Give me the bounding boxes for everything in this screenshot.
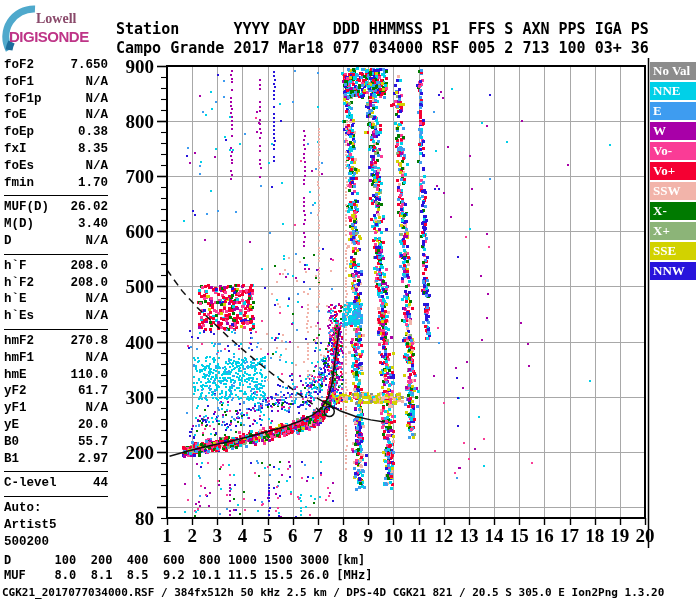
parameter-row [4, 492, 108, 497]
legend-item: No Val [650, 62, 696, 80]
parameter-value: N/A [85, 308, 108, 325]
legend-item: X- [650, 202, 696, 220]
header-line1: Station YYYY DAY DDD HHMMSS P1 FFS S AXN… [116, 20, 649, 38]
parameter-label: yF1 [4, 400, 27, 417]
parameter-row: yF1 N/A [4, 400, 108, 417]
parameter-row: B0 55.7 [4, 434, 108, 451]
parameter-row: D N/A [4, 233, 108, 250]
parameter-value: 44 [93, 475, 108, 492]
parameter-value: N/A [85, 74, 108, 91]
parameter-label: 500200 [4, 534, 49, 551]
parameter-label: foEp [4, 124, 34, 141]
parameter-label: hmF1 [4, 350, 34, 367]
logo-text-lowell: Lowell [36, 11, 76, 27]
parameter-row: yF2 61.7 [4, 383, 108, 400]
parameter-label: MUF(D) [4, 199, 49, 216]
legend-item: SSW [650, 182, 696, 200]
legend-label: Vo- [653, 143, 672, 158]
parameter-value: 208.0 [70, 258, 108, 275]
parameter-value: 0.38 [78, 124, 108, 141]
parameter-row: Auto: [4, 500, 108, 517]
parameter-label: fxI [4, 141, 27, 158]
parameter-value: 61.7 [78, 383, 108, 400]
parameter-label: hmF2 [4, 333, 34, 350]
parameter-value: N/A [85, 350, 108, 367]
parameter-value: N/A [85, 291, 108, 308]
parameter-row: hmF2 270.8 [4, 333, 108, 350]
parameter-value: 8.35 [78, 141, 108, 158]
parameter-row: M(D) 3.40 [4, 216, 108, 233]
legend-item: X+ [650, 222, 696, 240]
lowell-digisonde-logo: Lowell DIGISONDE [2, 4, 114, 56]
parameter-label: foF1 [4, 74, 34, 91]
parameter-label: C-level [4, 475, 57, 492]
legend-label: E [653, 103, 662, 118]
parameter-label: foEs [4, 158, 34, 175]
parameter-row: hmE 110.0 [4, 367, 108, 384]
parameter-value: 110.0 [70, 367, 108, 384]
header-line2: Campo Grande 2017 Mar18 077 034000 RSF 0… [116, 39, 649, 57]
parameter-label: fmin [4, 175, 34, 192]
parameter-value: 55.7 [78, 434, 108, 451]
parameter-label: foF2 [4, 57, 34, 74]
parameter-row: Artist5 [4, 517, 108, 534]
parameter-row: h`E N/A [4, 291, 108, 308]
parameter-label: yF2 [4, 383, 27, 400]
parameter-row [4, 191, 108, 196]
parameter-row: h`F2 208.0 [4, 275, 108, 292]
parameter-label: h`F2 [4, 275, 34, 292]
parameter-label: foE [4, 107, 27, 124]
parameter-value: 208.0 [70, 275, 108, 292]
legend-item: E [650, 102, 696, 120]
parameter-value: 20.0 [78, 417, 108, 434]
legend-label: SSE [653, 243, 676, 258]
parameter-row: fmin 1.70 [4, 175, 108, 192]
parameter-row: C-level 44 [4, 475, 108, 492]
legend-item: SSE [650, 242, 696, 260]
parameter-value: N/A [85, 233, 108, 250]
legend-label: SSW [653, 183, 680, 198]
parameter-row: MUF(D) 26.02 [4, 199, 108, 216]
parameter-row: h`F 208.0 [4, 258, 108, 275]
parameter-label: B0 [4, 434, 19, 451]
legend-item: NNE [650, 82, 696, 100]
parameter-row: foEp 0.38 [4, 124, 108, 141]
velocity-direction-legend: No Val NNE E W Vo- Vo+ SSW X- X+ SSE NNW [650, 62, 697, 282]
parameter-label: hmE [4, 367, 27, 384]
parameter-row: h`Es N/A [4, 308, 108, 325]
parameter-label: h`F [4, 258, 27, 275]
parameter-value: 26.02 [70, 199, 108, 216]
distance-scale-row: D 100 200 400 600 800 1000 1500 3000 [km… [4, 553, 365, 567]
legend-label: X- [653, 203, 667, 218]
legend-label: X+ [653, 223, 670, 238]
parameter-label: foF1p [4, 91, 42, 108]
legend-item: W [650, 122, 696, 140]
legend-label: Vo+ [653, 163, 675, 178]
legend-label: W [653, 123, 666, 138]
parameter-row: foF2 7.650 [4, 57, 108, 74]
parameter-row: fxI 8.35 [4, 141, 108, 158]
parameter-value: 2.97 [78, 451, 108, 468]
parameter-value: 1.70 [78, 175, 108, 192]
parameter-row: foF1p N/A [4, 91, 108, 108]
parameter-value: N/A [85, 158, 108, 175]
legend-label: NNE [653, 83, 680, 98]
logo-text-digisonde: DIGISONDE [9, 28, 89, 45]
parameter-label: D [4, 233, 12, 250]
parameter-label: Artist5 [4, 517, 57, 534]
parameter-row: B1 2.97 [4, 451, 108, 468]
parameter-row [4, 467, 108, 472]
muf-scale-row: MUF 8.0 8.1 8.5 9.2 10.1 11.5 15.5 26.0 … [4, 568, 372, 582]
legend-label: No Val [653, 63, 690, 78]
parameter-value: 270.8 [70, 333, 108, 350]
parameter-row: foEs N/A [4, 158, 108, 175]
parameter-row [4, 250, 108, 255]
legend-item: Vo+ [650, 162, 696, 180]
parameter-row [4, 325, 108, 330]
parameter-value: N/A [85, 400, 108, 417]
parameter-value: N/A [85, 107, 108, 124]
station-header: Station YYYY DAY DDD HHMMSS P1 FFS S AXN… [116, 20, 649, 58]
status-line: CGK21_2017077034000.RSF / 384fx512h 50 k… [2, 586, 664, 599]
digisonde-ionogram-page: Lowell DIGISONDE Station YYYY DAY DDD HH… [0, 0, 700, 600]
parameter-label: M(D) [4, 216, 34, 233]
